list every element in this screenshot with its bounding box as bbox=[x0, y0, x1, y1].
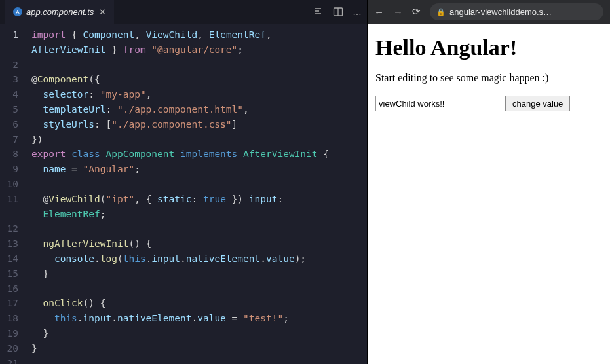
angular-file-icon: A bbox=[13, 7, 22, 16]
url-text: angular-viewchilddemo.s… bbox=[449, 7, 552, 17]
more-actions-icon[interactable]: … bbox=[353, 7, 362, 17]
split-editor-icon[interactable] bbox=[333, 7, 343, 17]
back-button[interactable]: ← bbox=[374, 7, 384, 18]
browser-preview-pane: ← → ⟳ 🔒 angular-viewchilddemo.s… Hello A… bbox=[367, 0, 610, 364]
lock-icon: 🔒 bbox=[436, 8, 446, 16]
address-bar[interactable]: 🔒 angular-viewchilddemo.s… bbox=[430, 3, 603, 20]
line-number-gutter: 123456789101112131415161718192021 bbox=[0, 27, 28, 364]
browser-toolbar: ← → ⟳ 🔒 angular-viewchilddemo.s… bbox=[368, 0, 610, 24]
format-code-icon[interactable] bbox=[313, 7, 324, 17]
code-area[interactable]: 123456789101112131415161718192021 import… bbox=[0, 24, 367, 364]
close-tab-button[interactable]: ✕ bbox=[99, 7, 106, 17]
reload-button[interactable]: ⟳ bbox=[412, 6, 421, 18]
page-heading: Hello Angular! bbox=[375, 35, 602, 60]
page-subtext: Start editing to see some magic happen :… bbox=[375, 72, 602, 84]
rendered-page: Hello Angular! Start editing to see some… bbox=[368, 24, 610, 364]
demo-text-input[interactable] bbox=[375, 96, 501, 111]
change-value-button[interactable]: change value bbox=[505, 96, 570, 111]
editor-tab-actions: … bbox=[313, 7, 362, 17]
editor-tabbar: A app.component.ts ✕ … bbox=[0, 0, 367, 24]
file-tab-label: app.component.ts bbox=[26, 7, 94, 17]
forward-button[interactable]: → bbox=[393, 7, 403, 18]
code-content[interactable]: import { Component, ViewChild, ElementRe… bbox=[28, 27, 367, 364]
code-editor-pane: A app.component.ts ✕ … 12345678910111213… bbox=[0, 0, 367, 364]
file-tab[interactable]: A app.component.ts ✕ bbox=[5, 0, 114, 24]
